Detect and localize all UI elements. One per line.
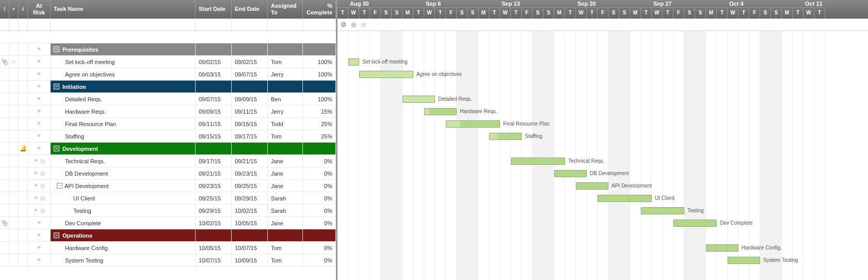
flag-icon[interactable]: ⚑ [37, 108, 41, 114]
gantt-bar[interactable] [446, 120, 500, 128]
cell-complete[interactable]: 0% [303, 205, 336, 216]
cell-start[interactable]: 09/15/15 [196, 130, 232, 142]
cell-start[interactable] [196, 229, 232, 241]
cell-end[interactable]: 10/07/15 [232, 242, 268, 254]
cell-end[interactable]: 09/21/15 [232, 155, 268, 167]
cell-end[interactable]: 09/02/15 [232, 56, 268, 68]
cell-assigned[interactable]: Jerry [268, 68, 303, 80]
flag-icon[interactable]: ⚑ [37, 220, 41, 226]
collapse-toggle-icon[interactable]: − [57, 183, 62, 189]
cell-start[interactable]: 10/05/15 [196, 242, 232, 254]
cell-end[interactable]: 10/09/15 [232, 254, 268, 266]
header-at-risk[interactable]: At Risk [28, 0, 51, 19]
cell-assigned[interactable] [268, 81, 303, 92]
cell-complete[interactable]: 0% [303, 254, 336, 266]
cell-complete[interactable] [303, 229, 336, 241]
header-percent-complete[interactable]: % Complete [303, 0, 336, 19]
reminder-bell-icon[interactable]: 🔔 [20, 145, 27, 152]
cell-complete[interactable]: 0% [303, 242, 336, 254]
cell-start[interactable]: 10/07/15 [196, 254, 232, 266]
cell-assigned[interactable]: Jane [268, 167, 303, 179]
gantt-body[interactable]: Set kick-off meetingAgree on objectivesD… [337, 31, 868, 280]
collapse-toggle-icon[interactable]: − [54, 232, 59, 238]
cell-end[interactable]: 09/07/15 [232, 68, 268, 80]
cell-complete[interactable] [303, 143, 336, 154]
cell-start[interactable] [196, 43, 232, 55]
cell-assigned[interactable]: Tom [268, 242, 303, 254]
header-assigned-to[interactable]: Assigned To [268, 0, 303, 19]
flag-icon[interactable]: ⚑ [34, 183, 38, 189]
header-task-name[interactable]: Task Name [51, 0, 196, 19]
cell-assigned[interactable]: Jane [268, 155, 303, 167]
flag-icon[interactable]: ⚑ [37, 121, 41, 127]
task-row[interactable]: ⚑Detailed Reqs.09/07/1509/09/15Ben100% [0, 93, 336, 105]
cell-assigned[interactable]: Sarah [268, 192, 303, 204]
flag-icon[interactable]: ⚑ [37, 133, 41, 139]
gantt-bar[interactable] [403, 96, 435, 103]
cell-end[interactable]: 09/23/15 [232, 167, 268, 179]
zoom-out-icon[interactable]: ⊖ [351, 21, 357, 28]
cell-complete[interactable]: 25% [303, 118, 336, 130]
cell-complete[interactable]: 0% [303, 192, 336, 204]
header-discussion-icon[interactable]: ▪ [9, 0, 19, 19]
cell-start[interactable]: 10/02/15 [196, 217, 232, 229]
flag-icon[interactable]: ⚑ [34, 158, 38, 164]
group-row[interactable]: ⚑−Prerequisites [0, 43, 336, 56]
collapse-toggle-icon[interactable]: − [54, 146, 59, 151]
cell-start[interactable]: 09/07/15 [196, 93, 232, 105]
cell-assigned[interactable] [268, 43, 303, 55]
flag-icon[interactable]: ⚑ [34, 195, 38, 201]
flag-icon[interactable]: ⚑ [34, 170, 38, 176]
flag-icon[interactable]: ⚑ [34, 208, 38, 213]
cell-assigned[interactable]: Todd [268, 118, 303, 130]
cell-end[interactable]: 09/17/15 [232, 130, 268, 142]
cell-end[interactable] [232, 229, 268, 241]
flag-icon[interactable]: ⚑ [37, 257, 41, 263]
flag-icon[interactable]: ⚑ [37, 232, 41, 238]
cell-assigned[interactable]: Jane [268, 217, 303, 229]
task-row[interactable]: ⚑Staffing09/15/1509/17/15Tom25% [0, 130, 336, 143]
task-row[interactable]: 📎▭⚑Set kick-off meeting09/02/1509/02/15T… [0, 56, 336, 68]
cell-end[interactable]: 09/09/15 [232, 93, 268, 105]
cell-start[interactable]: 09/17/15 [196, 155, 232, 167]
cell-end[interactable]: 09/15/15 [232, 118, 268, 130]
cell-end[interactable] [232, 81, 268, 92]
flag-icon[interactable]: ⚑ [37, 71, 41, 77]
cell-assigned[interactable]: Jerry [268, 105, 303, 117]
cell-end[interactable] [232, 43, 268, 55]
cell-complete[interactable]: 0% [303, 167, 336, 179]
cell-start[interactable] [196, 143, 232, 154]
header-end-date[interactable]: End Date [232, 0, 268, 19]
flag-icon[interactable]: ⚑ [37, 46, 41, 52]
cell-start[interactable]: 09/03/15 [196, 68, 232, 80]
notes-icon[interactable]: ▤ [40, 195, 45, 201]
cell-assigned[interactable]: Ben [268, 93, 303, 105]
cell-assigned[interactable]: Jane [268, 180, 303, 192]
cell-start[interactable] [196, 81, 232, 92]
task-row[interactable]: ⚑System Testing10/07/1510/09/15Tom0% [0, 254, 336, 267]
group-row[interactable]: ⚑−Initiation [0, 81, 336, 93]
gantt-bar[interactable] [359, 71, 413, 78]
cell-start[interactable]: 09/25/15 [196, 192, 232, 204]
gantt-bar[interactable] [348, 58, 359, 66]
flag-icon[interactable]: ⚑ [37, 96, 41, 102]
header-attachment-icon[interactable]: ⁝ [0, 0, 9, 19]
flag-icon[interactable]: ⚑ [37, 146, 41, 151]
attachment-icon[interactable]: 📎 [1, 58, 8, 65]
cell-complete[interactable]: 0% [303, 155, 336, 167]
flag-icon[interactable]: ⚑ [37, 59, 41, 65]
gantt-bar[interactable] [728, 257, 760, 264]
cell-assigned[interactable]: Tom [268, 56, 303, 68]
cell-complete[interactable]: 0% [303, 180, 336, 192]
group-row[interactable]: ⚑−Operations [0, 229, 336, 242]
cell-end[interactable] [232, 143, 268, 154]
gear-icon[interactable]: ⚙ [341, 21, 347, 28]
comment-icon[interactable]: ▭ [11, 58, 17, 65]
cell-assigned[interactable]: Sarah [268, 205, 303, 216]
task-row[interactable]: ⚑▤UI Client09/25/1509/29/15Sarah0% [0, 192, 336, 205]
cell-start[interactable]: 09/02/15 [196, 56, 232, 68]
zoom-in-icon[interactable]: ⊕ [361, 21, 366, 28]
cell-complete[interactable]: 100% [303, 56, 336, 68]
notes-icon[interactable]: ▤ [40, 183, 45, 189]
cell-complete[interactable]: 0% [303, 217, 336, 229]
